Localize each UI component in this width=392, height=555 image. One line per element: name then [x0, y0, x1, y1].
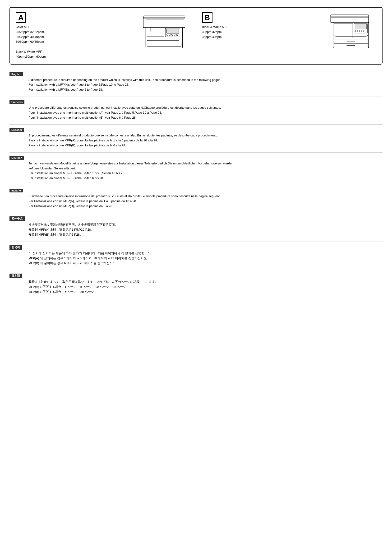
lang-badge-espanol: Español: [9, 128, 24, 132]
product-letter-a: A: [16, 12, 26, 23]
lang-content-deutsch: Je nach verwendetem Modell ist eine ande…: [9, 161, 383, 181]
lang-badge-francais: Français: [9, 100, 24, 104]
lang-badge-english: English: [9, 72, 23, 76]
lang-line: Bei Installation an einem MFP(B) siehe S…: [29, 176, 383, 181]
product-letter-b: B: [202, 12, 213, 23]
svg-rect-29: [334, 23, 353, 38]
lang-line: MFP(A) に設置する場合；1 ページ～ 5 ページ、10 ページ～ 28 ペ…: [29, 285, 383, 290]
lang-section-korean: 한국어이 장치에 설치되는 제품에 따라 절차가 다릅니다 . 다음 페이지에서…: [9, 241, 383, 269]
lang-line: A different procedure is required depend…: [29, 78, 383, 83]
product-a-image: [138, 12, 190, 50]
lang-line: Bei Installation an einem MFP(A) siehe S…: [29, 171, 383, 176]
lang-line: Para la instalación con un MFP(A), consu…: [29, 138, 383, 143]
lang-line: MFP(B) 에 설치하는 경우 6 페이지 ～28 페이지를 참조하십시오 .: [29, 261, 383, 266]
svg-point-26: [359, 30, 360, 32]
product-a-text: A Color MFP 25/25ppm,32/32ppm, 35/35ppm,…: [16, 12, 133, 59]
lang-line: 根据安装对象，安装步骤略有不同。各个步骤记载在下面的页面。: [29, 222, 383, 227]
lang-line: Per l'installazione con un MFP(B), veder…: [29, 204, 383, 209]
lang-line: Une procédure différente est requise sel…: [29, 105, 383, 110]
lang-line: El procedimiento es diferente según el p…: [29, 133, 383, 138]
svg-point-24: [355, 30, 356, 32]
lang-section-italiano: ItalianoSi richiede una procedura divers…: [9, 185, 383, 212]
lang-badge-deutsch: Deutsch: [9, 156, 24, 160]
lang-line: 安装到 MFP(A) 上时，请参见 P1-P5,P10-P28。: [29, 227, 383, 232]
svg-point-7: [169, 34, 170, 36]
product-section-a: A Color MFP 25/25ppm,32/32ppm, 35/35ppm,…: [10, 7, 196, 64]
product-a-label: Color MFP 25/25ppm,32/32ppm, 35/35ppm,40…: [16, 25, 133, 59]
lang-line: For installation with a MFP(A), see Page…: [29, 82, 383, 87]
svg-rect-14: [147, 29, 164, 36]
lang-content-espanol: El procedimiento es diferente según el p…: [9, 133, 383, 148]
svg-rect-3: [147, 43, 181, 46]
lang-section-japanese: 日本語装着する対象によって、取付手順は異なります。それぞれ、以下のページに記載し…: [9, 270, 383, 298]
lang-section-chinese: 简体中文根据安装对象，安装步骤略有不同。各个步骤记载在下面的页面。安装到 MFP…: [9, 213, 383, 240]
lang-line: For installation with a MFP(B), see Page…: [29, 87, 383, 92]
product-box: A Color MFP 25/25ppm,32/32ppm, 35/35ppm,…: [9, 7, 383, 65]
lang-line: Per l'installazione con un MFP(A), veder…: [29, 199, 383, 204]
lang-section-espanol: EspañolEl procedimiento es diferente seg…: [9, 124, 383, 151]
svg-point-27: [361, 30, 362, 32]
lang-line: MFP(B) に設置する場合；6 ページ～ 28 ページ: [29, 290, 383, 294]
lang-line: Para la instalación con un MFP(B), consu…: [29, 143, 383, 148]
lang-badge-korean: 한국어: [9, 245, 22, 250]
lang-line: MFP(A) 에 설치하는 경우 1 페이지 ～5 페이지 ,10 페이지 ～2…: [29, 256, 383, 261]
lang-section-francais: FrançaisUne procédure différente est req…: [9, 97, 383, 123]
svg-point-10: [176, 34, 178, 36]
lang-content-english: A different procedure is required depend…: [9, 78, 383, 92]
lang-content-italiano: Si richiede una procedura diversa in fun…: [9, 194, 383, 209]
mfp-b-svg: [324, 12, 376, 50]
svg-rect-1: [143, 17, 185, 28]
lang-line: Si richiede una procedura diversa in fun…: [29, 194, 383, 199]
lang-badge-chinese: 简体中文: [9, 216, 25, 221]
svg-rect-23: [355, 24, 367, 29]
lang-badge-italiano: Italiano: [9, 189, 23, 192]
svg-point-28: [363, 30, 364, 32]
lang-content-korean: 이 장치에 설치되는 제품에 따라 절차가 다릅니다 . 다음 페이지에서 각 …: [9, 251, 383, 266]
lang-line: Je nach verwendetem Modell ist eine ande…: [29, 161, 383, 166]
lang-content-japanese: 装着する対象によって、取付手順は異なります。それぞれ、以下のページに記載していま…: [9, 279, 383, 294]
language-sections: EnglishA different procedure is required…: [9, 69, 383, 298]
svg-rect-5: [166, 29, 179, 33]
lang-badge-japanese: 日本語: [9, 274, 22, 278]
lang-content-francais: Une procédure différente est requise sel…: [9, 105, 383, 120]
lang-content-chinese: 根据安装对象，安装步骤略有不同。各个步骤记载在下面的页面。安装到 MFP(A) …: [9, 222, 383, 237]
lang-section-deutsch: DeutschJe nach verwendetem Modell ist ei…: [9, 152, 383, 184]
svg-rect-16: [331, 17, 369, 23]
svg-point-9: [174, 34, 175, 36]
lang-line: 装着する対象によって、取付手順は異なります。それぞれ、以下のページに記載していま…: [29, 279, 383, 285]
svg-point-6: [166, 34, 168, 36]
product-b-text: B Black & White MFP 30ppm,32ppm, 35ppm,4…: [202, 12, 320, 39]
svg-point-8: [171, 34, 173, 36]
lang-line: Pour l'installation avec une imprimante …: [29, 115, 383, 120]
lang-line: 이 장치에 설치되는 제품에 따라 절차가 다릅니다 . 다음 페이지에서 각 …: [29, 251, 383, 256]
product-b-label: Black & White MFP 30ppm,32ppm, 35ppm,40p…: [202, 25, 320, 39]
lang-section-english: EnglishA different procedure is required…: [9, 69, 383, 96]
lang-line: auf den folgenden Seiten erläutert.: [29, 166, 383, 171]
product-b-image: [324, 12, 376, 50]
mfp-a-svg: [138, 12, 190, 50]
lang-line: Pour l'installation avec une imprimante …: [29, 110, 383, 115]
svg-point-25: [357, 30, 358, 32]
svg-rect-2: [143, 16, 185, 18]
product-section-b: B Black & White MFP 30ppm,32ppm, 35ppm,4…: [196, 7, 382, 64]
lang-line: 安装到 MFP(B) 上时，请参见 P6-P28。: [29, 232, 383, 237]
